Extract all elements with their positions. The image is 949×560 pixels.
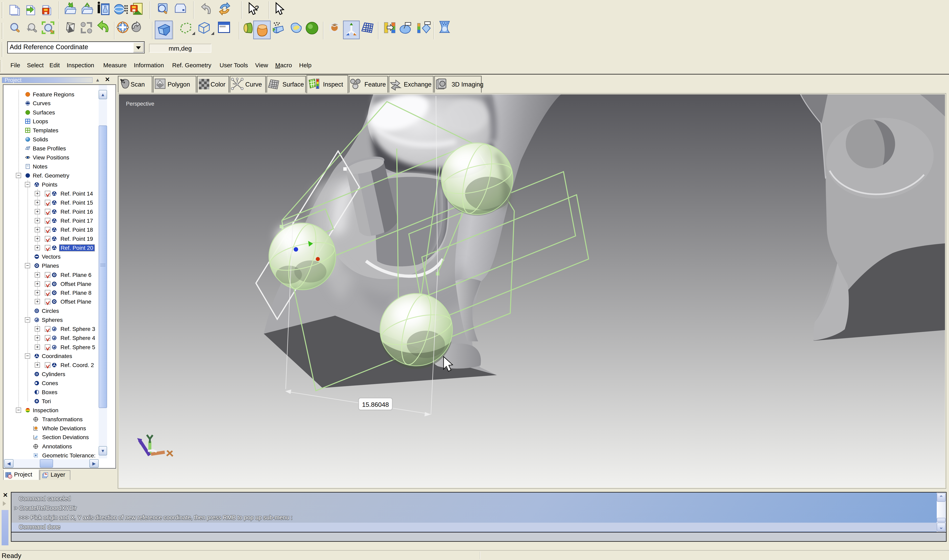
svg-text:Scan: Scan xyxy=(131,81,145,88)
svg-text:Color: Color xyxy=(211,81,225,88)
svg-text:Exchange: Exchange xyxy=(404,81,431,88)
svg-text:3D Imaging: 3D Imaging xyxy=(451,81,484,88)
svg-text:Polygon: Polygon xyxy=(168,81,190,88)
svg-text:Perspective: Perspective xyxy=(126,101,154,107)
svg-text:15.86048: 15.86048 xyxy=(362,401,389,408)
svg-text:Inspect: Inspect xyxy=(323,81,343,88)
svg-text:Surface: Surface xyxy=(282,81,304,88)
svg-text:Curve: Curve xyxy=(245,81,262,88)
svg-text:?: ? xyxy=(255,4,259,12)
svg-text:Feature: Feature xyxy=(364,81,386,88)
